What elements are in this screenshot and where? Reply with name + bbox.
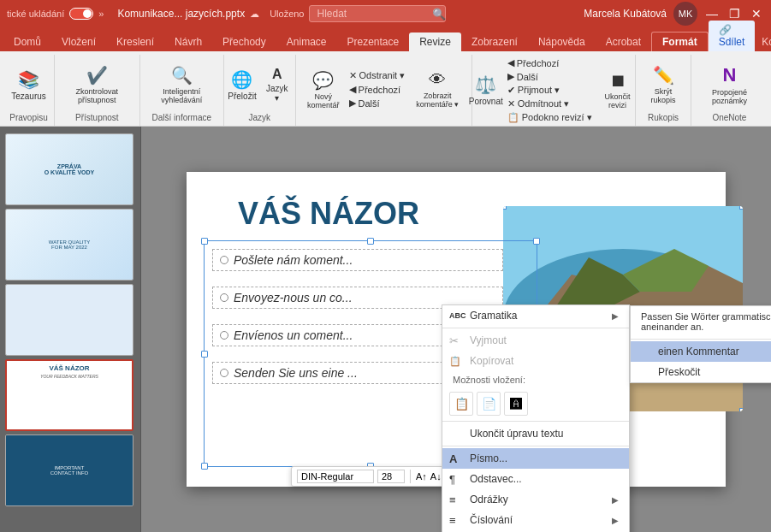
submenu-gramatika: Passen Sie Wörter grammatisch aneinander… bbox=[630, 305, 771, 383]
slide-thumb-4[interactable]: 4 VÁŠ NÁZOR YOUR FEEDBACK MATTERS bbox=[5, 359, 133, 431]
ctx-cislovani[interactable]: ≡ Číslování ▶ bbox=[442, 510, 629, 530]
onenote-grp-label: OneNote bbox=[712, 113, 746, 124]
decrease-font-icon[interactable]: A↓ bbox=[430, 471, 442, 482]
tab-vlozeni[interactable]: Vložení bbox=[51, 33, 106, 51]
ctx-kopirovat-label: Kopírovat bbox=[470, 355, 513, 367]
bullet-text-2: Envoyez-nous un co... bbox=[234, 291, 353, 304]
novy-komentar-icon: 💬 bbox=[312, 70, 334, 91]
slide-editor: VÁŠ NÁZOR Pošlete nám koment... Envoyez-… bbox=[141, 127, 771, 532]
submenu-passen[interactable]: Passen Sie Wörter grammatisch aneinander… bbox=[631, 306, 771, 337]
skryt-rukopis-button[interactable]: ✏️ Skrýt rukopis bbox=[643, 63, 683, 106]
tab-prezentace[interactable]: Prezentace bbox=[336, 33, 409, 51]
slide-preview-4: VÁŠ NÁZOR YOUR FEEDBACK MATTERS bbox=[7, 361, 132, 429]
ribbon-group-onenote: N Propojené poznámky OneNote bbox=[691, 55, 768, 126]
ctx-gramatika[interactable]: ABC Gramatika ▶ bbox=[442, 305, 629, 326]
odmitnou-label: Odmítnout ▾ bbox=[518, 98, 569, 109]
ribbon-row-onenote: N Propojené poznámky bbox=[698, 56, 761, 113]
jazyk-button[interactable]: A Jazyk ▾ bbox=[260, 65, 294, 104]
paste-icon-1[interactable]: 📋 bbox=[449, 392, 473, 416]
info-label: Další informace bbox=[152, 113, 211, 124]
ctx-ukoncit[interactable]: Ukončit úpravu textu bbox=[442, 423, 629, 444]
predchozi-button[interactable]: ◀ Předchozí bbox=[346, 83, 409, 96]
slide-preview-3 bbox=[6, 285, 133, 355]
close-button[interactable]: ✕ bbox=[749, 6, 764, 21]
handle-sel-ml bbox=[201, 351, 208, 358]
slide-thumb-2[interactable]: 2 WATER QUALITYFOR MAY 2022 bbox=[5, 209, 133, 281]
odstranit-label: Odstranit ▾ bbox=[359, 70, 406, 81]
font-size-input[interactable] bbox=[377, 470, 405, 483]
zkontrolovat-button[interactable]: ✔️ Zkontrolovat přístupnost bbox=[62, 63, 133, 106]
ctx-odstavec[interactable]: ¶ Odstavec... bbox=[442, 469, 629, 489]
share-button[interactable]: 🔗 Sdílet bbox=[709, 21, 756, 51]
odrazky-icon: ≡ bbox=[449, 494, 456, 506]
predchozi-rev-button[interactable]: ◀ Předchozí bbox=[504, 56, 596, 69]
font-selector[interactable] bbox=[297, 470, 374, 483]
restore-button[interactable]: ❐ bbox=[727, 6, 742, 21]
tab-prechody[interactable]: Přechody bbox=[212, 33, 276, 51]
pravopis-label: Pravopisu bbox=[9, 113, 47, 124]
podokno-button[interactable]: 📋 Podokno revizí ▾ bbox=[504, 111, 596, 124]
bullet-text-4: Senden Sie uns eine ... bbox=[234, 366, 358, 380]
inteligentni-button[interactable]: 🔍 Inteligentní vyhledávání bbox=[147, 63, 216, 106]
odmitnou-button[interactable]: ✕ Odmítnout ▾ bbox=[504, 98, 596, 110]
paste-icon-2[interactable]: 📄 bbox=[477, 392, 501, 416]
porovnat-button[interactable]: ⚖️ Porovnat bbox=[470, 73, 502, 108]
tab-acrobat[interactable]: Acrobat bbox=[596, 33, 651, 51]
ribbon-row-rukopis: ✏️ Skrýt rukopis bbox=[643, 56, 683, 113]
ctx-gramatika-label: Gramatika bbox=[470, 310, 517, 322]
ctx-paste-label: Možnosti vložení: bbox=[453, 375, 525, 385]
tab-kresleni[interactable]: Kreslení bbox=[106, 33, 164, 51]
ctx-sep-2 bbox=[442, 421, 629, 422]
increase-font-icon[interactable]: A↑ bbox=[416, 471, 427, 482]
submenu-preskocit[interactable]: Přeskočit bbox=[631, 362, 771, 382]
slide-thumb-1[interactable]: 1 ZPRÁVAO KVALITĚ VODY bbox=[5, 133, 133, 205]
prelozit-ribbon-button[interactable]: 🌐 Přeložit bbox=[226, 68, 259, 103]
autosave-toggle[interactable] bbox=[69, 8, 93, 20]
paste-icon-3[interactable]: 🅰 bbox=[504, 392, 528, 416]
prijmout-button[interactable]: ✔ Přijmout ▾ bbox=[504, 84, 596, 97]
tezaurus-button[interactable]: 📚 Tezaurus bbox=[8, 68, 50, 103]
kopirovat-icon: 📋 bbox=[449, 356, 461, 367]
bullet-dot-1 bbox=[220, 256, 228, 264]
ctx-cislovani-label: Číslování bbox=[470, 514, 513, 526]
slide-thumb-5[interactable]: 5 IMPORTANTCONTACT INFO bbox=[5, 434, 133, 506]
paste-icons-row: 📋 📄 🅰 bbox=[442, 388, 629, 419]
submenu-einen-kommentar[interactable]: einen Kommentar ▶ bbox=[631, 341, 771, 362]
ctx-ukoncit-label: Ukončit úpravu textu bbox=[470, 428, 563, 440]
onenote-button[interactable]: N Propojené poznámky bbox=[698, 62, 761, 107]
ribbon-row-pristupnost: ✔️ Zkontrolovat přístupnost bbox=[62, 56, 133, 113]
filename: Komunikace... jazycích.pptx bbox=[117, 8, 245, 20]
dalsi-button[interactable]: ▶ Další bbox=[346, 97, 409, 109]
prijmout-icon: ✔ bbox=[507, 85, 515, 96]
tab-navrh[interactable]: Návrh bbox=[164, 33, 212, 51]
cislovani-icon: ≡ bbox=[449, 514, 456, 527]
ctx-pismo[interactable]: A Písmo... bbox=[442, 448, 629, 469]
handle-sel-tl bbox=[201, 238, 208, 245]
novy-komentar-ribbon-button[interactable]: 💬 Nový komentář bbox=[303, 68, 344, 111]
tab-animace[interactable]: Animace bbox=[276, 33, 337, 51]
zkontrolovat-label: Zkontrolovat přístupnost bbox=[65, 87, 129, 104]
ko-tab[interactable]: Ko bbox=[755, 33, 771, 51]
slide-thumb-3[interactable]: 3 bbox=[5, 284, 133, 356]
slide-preview-2: WATER QUALITYFOR MAY 2022 bbox=[6, 210, 133, 280]
odstranit-button[interactable]: ✕ Odstranit ▾ bbox=[346, 69, 409, 82]
ribbon-row-pravopis: 📚 Tezaurus bbox=[8, 56, 50, 113]
ukoncit-revizi-button[interactable]: ⏹ Ukončit revizi bbox=[597, 69, 638, 111]
zobrazit-komentare-button[interactable]: 👁 Zobrazit komentáře ▾ bbox=[410, 68, 465, 110]
bullet-text-1: Pošlete nám koment... bbox=[234, 253, 353, 267]
search-input[interactable] bbox=[309, 5, 446, 22]
tab-format[interactable]: Formát bbox=[651, 32, 709, 51]
tab-domu[interactable]: Domů bbox=[3, 33, 51, 51]
tab-napoveda[interactable]: Nápověda bbox=[528, 33, 596, 51]
tab-zobrazeni[interactable]: Zobrazení bbox=[461, 33, 528, 51]
tab-revize[interactable]: Revize bbox=[409, 33, 461, 51]
tezaurus-label: Tezaurus bbox=[11, 92, 46, 101]
submenu-passen-text: Passen Sie Wörter grammatisch aneinander… bbox=[641, 311, 771, 332]
inteligentni-icon: 🔍 bbox=[171, 65, 193, 86]
ribbon-row-komentare: 💬 Nový komentář ✕ Odstranit ▾ ◀ Předchoz… bbox=[303, 56, 465, 122]
minimize-button[interactable]: — bbox=[704, 6, 720, 21]
autosave-label: tické ukládání bbox=[7, 9, 64, 19]
ctx-paste-header: Možnosti vložení: bbox=[442, 371, 629, 388]
dalsi-rev-button[interactable]: ▶ Další bbox=[504, 70, 596, 83]
ctx-odrazky[interactable]: ≡ Odrážky ▶ bbox=[442, 489, 629, 510]
